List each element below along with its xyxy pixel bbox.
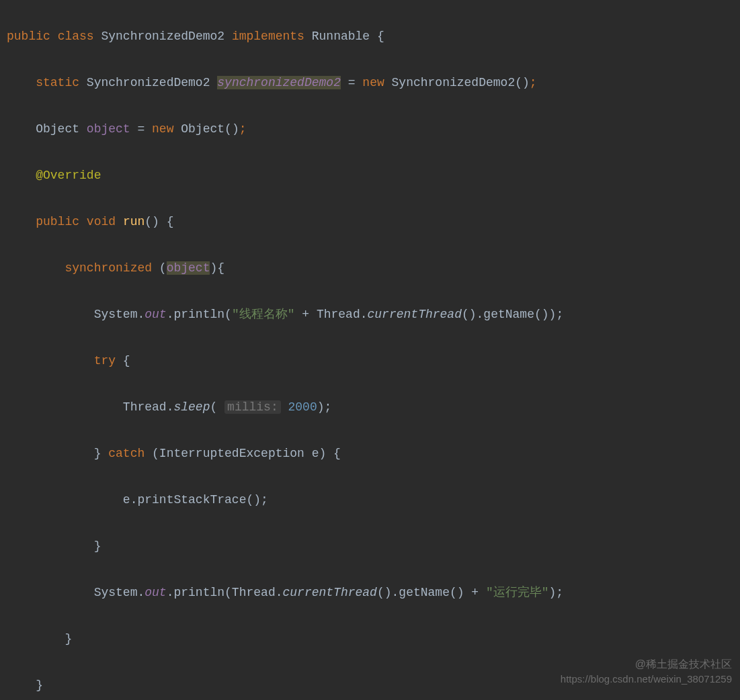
punct: } xyxy=(94,447,109,460)
number-literal: 2000 xyxy=(281,400,317,414)
expr: System. xyxy=(94,586,145,599)
code-line[interactable]: System.out.println(Thread.currentThread(… xyxy=(7,581,740,605)
punct: { xyxy=(370,30,384,43)
expr: e.printStackTrace(); xyxy=(123,493,268,507)
keyword-try: try xyxy=(94,354,116,367)
code-line[interactable]: try { xyxy=(7,349,740,373)
code-line[interactable]: synchronized (object){ xyxy=(7,257,740,280)
interface-name: Runnable xyxy=(312,30,370,43)
code-line[interactable]: System.out.println("线程名称" + Thread.curre… xyxy=(7,303,740,326)
punct: ); xyxy=(317,400,332,414)
punct: () { xyxy=(145,215,173,228)
punct: } xyxy=(36,679,43,692)
string-literal: "线程名称" xyxy=(232,308,295,321)
string-literal: "运行完毕" xyxy=(486,586,549,599)
field-ref: object xyxy=(167,261,210,275)
keyword-void: void xyxy=(87,215,116,228)
keyword-public: public xyxy=(36,215,79,228)
punct: } xyxy=(65,632,72,646)
field: object xyxy=(87,122,130,136)
keyword-class: class xyxy=(58,30,94,43)
method-name: run xyxy=(123,215,145,228)
code-line[interactable]: public class SynchronizedDemo2 implement… xyxy=(7,25,740,48)
annotation: @Override xyxy=(36,169,101,182)
code-line[interactable]: @Override xyxy=(7,164,740,187)
static-field: synchronizedDemo2 xyxy=(217,76,341,89)
punct: { xyxy=(116,354,130,367)
eq: = xyxy=(130,122,152,136)
code-editor[interactable]: public class SynchronizedDemo2 implement… xyxy=(0,0,740,700)
code-line[interactable]: public void run() { xyxy=(7,210,740,234)
expr: System. xyxy=(94,308,145,321)
keyword-catch: catch xyxy=(108,447,145,460)
punct: ( xyxy=(210,400,224,414)
static-method: currentThread xyxy=(282,586,376,599)
code-line[interactable]: e.printStackTrace(); xyxy=(7,488,740,512)
eq: = xyxy=(341,76,362,89)
parameter-hint: millis: xyxy=(224,400,281,414)
static-method: sleep xyxy=(173,400,210,414)
keyword-public: public xyxy=(7,30,50,43)
type: SynchronizedDemo2 xyxy=(87,76,210,89)
code-line[interactable]: } catch (InterruptedException e) { xyxy=(7,442,740,466)
ctor: Object() xyxy=(173,122,239,136)
expr: ().getName() + xyxy=(377,586,486,599)
class-name: SynchronizedDemo2 xyxy=(101,30,224,43)
expr: + Thread. xyxy=(294,308,367,321)
expr: .println(Thread. xyxy=(167,586,283,599)
static-field: out xyxy=(145,586,166,599)
punct: } xyxy=(94,539,101,553)
expr: Thread. xyxy=(123,400,174,414)
punct: ){ xyxy=(210,261,224,275)
expr: .println( xyxy=(167,308,232,321)
watermark-url: https://blog.csdn.net/weixin_38071259 xyxy=(561,668,732,691)
static-field: out xyxy=(145,308,166,321)
keyword-implements: implements xyxy=(232,30,304,43)
punct: ); xyxy=(549,586,564,599)
semi: ; xyxy=(239,122,247,136)
code-line[interactable]: Thread.sleep( millis: 2000); xyxy=(7,396,740,419)
keyword-new: new xyxy=(152,122,173,136)
semi: ; xyxy=(530,76,537,89)
type: Object xyxy=(36,122,87,136)
punct: ( xyxy=(152,261,167,275)
code-line[interactable]: Object object = new Object(); xyxy=(7,118,740,141)
keyword-new: new xyxy=(362,76,384,89)
ctor: SynchronizedDemo2() xyxy=(384,76,530,89)
expr: (InterruptedException e) { xyxy=(145,447,341,460)
static-method: currentThread xyxy=(368,308,462,321)
code-line[interactable]: } xyxy=(7,627,740,651)
expr: ().getName()); xyxy=(462,308,563,321)
keyword-synchronized: synchronized xyxy=(65,261,152,275)
keyword-static: static xyxy=(36,76,79,89)
code-line[interactable]: static SynchronizedDemo2 synchronizedDem… xyxy=(7,71,740,95)
code-line[interactable]: } xyxy=(7,535,740,558)
